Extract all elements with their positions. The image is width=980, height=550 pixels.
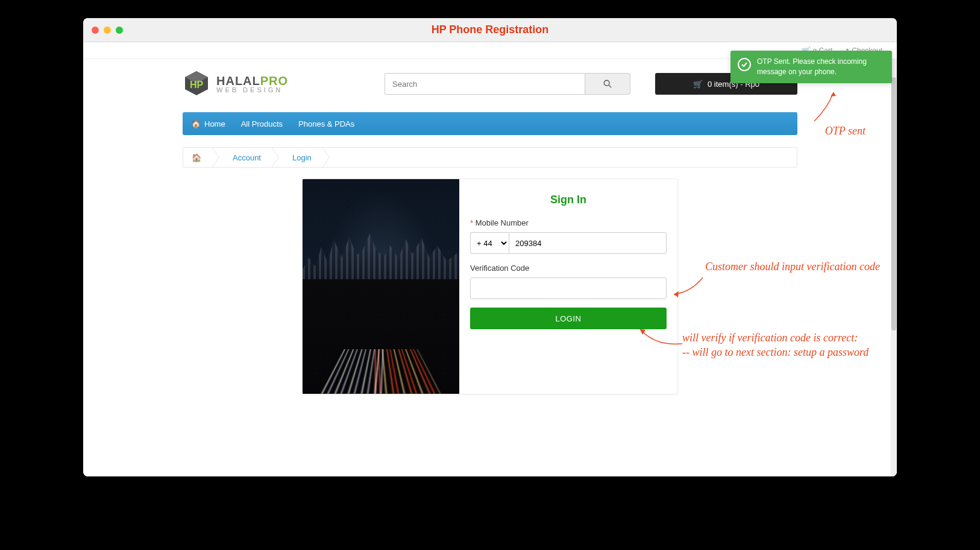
header-row: HP HALALPRO WEB DESIGN [183,70,797,98]
mobile-number-label: * Mobile Number [470,218,529,227]
home-icon: 🏠 [192,153,201,162]
browser-window: HP Phone Registration 🛒 g Cart ↗ Checkou… [83,18,897,476]
mobile-number-input[interactable] [509,232,667,254]
cart-icon: 🛒 [693,80,703,89]
traffic-lights [92,27,123,34]
search-icon [603,80,612,88]
breadcrumb-login[interactable]: Login [279,148,322,167]
signin-card: Sign In * Mobile Number + 44 Verific [302,179,678,394]
window-title: HP Phone Registration [432,24,549,36]
signin-heading: Sign In [470,194,667,206]
annotation-verify-code: Customer should input verification code [705,259,897,274]
home-icon: 🏠 [191,119,201,128]
annotation-login-text-2: -- will go to next section: setup a pass… [682,345,897,359]
breadcrumb-home[interactable]: 🏠 [183,148,212,167]
chevron-right-icon [212,147,219,168]
breadcrumb-login-label: Login [292,153,312,162]
logo-text-dark: HALAL [216,74,260,87]
main-nav: 🏠 Home All Products Phones & PDAs [183,112,797,135]
toast-message: OTP Sent. Please check incoming message … [757,57,867,76]
nav-phones-pdas[interactable]: Phones & PDAs [298,119,354,128]
mobile-number-label-text: Mobile Number [476,218,529,227]
search-button[interactable] [585,73,630,95]
check-icon [738,58,751,71]
country-code-select[interactable]: + 44 [470,232,509,254]
annotation-login-action: will verify if verification code is corr… [682,330,897,360]
logo-text: HALALPRO WEB DESIGN [216,75,288,93]
close-window-button[interactable] [92,27,99,34]
svg-marker-5 [831,92,836,96]
logo-subtext: WEB DESIGN [216,87,288,93]
minimize-window-button[interactable] [104,27,111,34]
login-button[interactable]: LOGIN [470,308,667,329]
chevron-right-icon [322,147,330,168]
verification-code-input[interactable] [470,277,667,299]
logo-mark-icon: HP [183,70,210,98]
annotation-otp-sent: OTP sent [825,124,865,138]
site-logo[interactable]: HP HALALPRO WEB DESIGN [183,70,288,98]
annotation-login-text-1: will verify if verification code is corr… [682,330,897,345]
svg-line-4 [609,85,611,87]
search-input[interactable] [385,73,585,95]
nav-all-products[interactable]: All Products [241,119,283,128]
maximize-window-button[interactable] [116,27,123,34]
logo-text-accent: PRO [260,74,288,87]
signin-form-panel: Sign In * Mobile Number + 44 Verific [459,179,677,394]
signin-image [303,179,459,394]
svg-point-3 [604,80,609,86]
search-box [385,73,630,95]
annotation-verify-code-text: Customer should input verification code [705,261,880,273]
window-titlebar: HP Phone Registration [83,18,897,42]
chevron-right-icon [272,147,279,168]
breadcrumb: 🏠 Account Login [183,147,797,168]
otp-sent-toast: OTP Sent. Please check incoming message … [730,51,892,83]
required-asterisk: * [470,218,473,227]
verification-code-label: Verification Code [470,264,667,273]
svg-marker-6 [674,291,679,297]
nav-home-label: Home [204,119,225,128]
page-content: 🛒 g Cart ↗ Checkout HP [83,42,897,476]
svg-text:HP: HP [190,80,204,90]
breadcrumb-account-label: Account [233,153,261,162]
breadcrumb-account[interactable]: Account [219,148,272,167]
scrollbar-thumb[interactable] [891,77,896,330]
nav-home[interactable]: 🏠 Home [191,119,225,128]
